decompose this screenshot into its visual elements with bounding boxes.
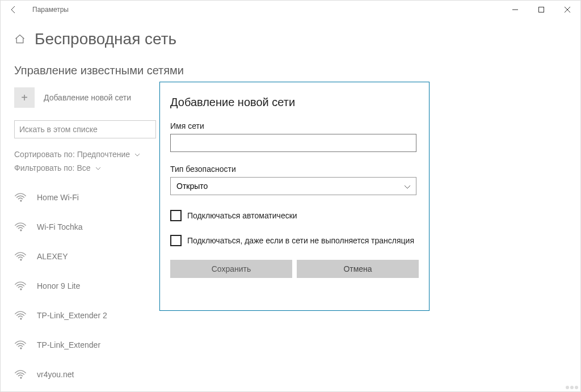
auto-connect-checkbox[interactable]	[170, 210, 182, 221]
minimize-button[interactable]	[502, 1, 528, 19]
network-name: vr4you.net	[37, 370, 74, 379]
titlebar: Параметры	[1, 1, 580, 19]
plus-icon: +	[21, 91, 28, 104]
network-name-label: Имя сети	[170, 121, 419, 130]
connect-hidden-row[interactable]: Подключаться, даже если в сети не выполн…	[170, 235, 419, 246]
svg-rect-1	[539, 7, 544, 12]
wifi-icon	[14, 191, 27, 204]
security-type-label: Тип безопасности	[170, 165, 419, 174]
wifi-icon	[14, 221, 27, 233]
search-input[interactable]	[14, 120, 156, 138]
close-button[interactable]	[554, 1, 580, 19]
page-header: Беспроводная сеть	[1, 19, 580, 48]
network-name-input[interactable]	[170, 134, 416, 152]
back-button[interactable]	[5, 1, 22, 18]
section-subheader: Управление известными сетями	[14, 64, 580, 77]
window-title: Параметры	[32, 6, 69, 14]
network-item[interactable]: vr4you.net	[14, 360, 580, 389]
wifi-icon	[14, 339, 27, 351]
sort-label: Сортировать по:	[14, 150, 75, 159]
add-network-label: Добавление новой сети	[44, 93, 131, 102]
wifi-icon	[14, 250, 27, 263]
dialog-title: Добавление новой сети	[170, 96, 419, 109]
save-button[interactable]: Сохранить	[170, 260, 292, 278]
connect-hidden-label: Подключаться, даже если в сети не выполн…	[187, 236, 414, 245]
page-title: Беспроводная сеть	[35, 30, 176, 48]
wifi-icon	[14, 309, 27, 322]
cancel-button[interactable]: Отмена	[297, 260, 419, 278]
network-name: TP-Link_Extender	[37, 340, 100, 349]
chevron-down-icon	[134, 151, 140, 158]
connect-hidden-checkbox[interactable]	[170, 235, 182, 246]
network-name: Wi-Fi Tochka	[37, 222, 83, 231]
network-item[interactable]: TP-Link_Extender	[14, 330, 580, 360]
network-name: ALEXEY	[37, 252, 68, 261]
wifi-icon	[14, 280, 27, 292]
watermark-dots	[566, 386, 578, 389]
add-button[interactable]: +	[14, 87, 35, 108]
chevron-down-icon	[95, 165, 101, 171]
network-name: Honor 9 Lite	[37, 281, 80, 290]
maximize-button[interactable]	[528, 1, 554, 19]
security-type-select[interactable]: Открыто	[170, 177, 416, 195]
wifi-icon	[14, 368, 27, 381]
auto-connect-row[interactable]: Подключаться автоматически	[170, 210, 419, 221]
add-network-dialog: Добавление новой сети Имя сети Тип безоп…	[159, 82, 430, 311]
sort-value: Предпочтение	[77, 150, 130, 159]
home-icon[interactable]	[14, 33, 26, 45]
filter-label: Фильтровать по:	[14, 163, 74, 172]
filter-value: Все	[77, 163, 90, 172]
security-type-value: Открыто	[176, 182, 208, 191]
auto-connect-label: Подключаться автоматически	[187, 211, 297, 220]
network-name: Home Wi-Fi	[37, 193, 79, 202]
network-name: TP-Link_Extender 2	[37, 311, 107, 320]
